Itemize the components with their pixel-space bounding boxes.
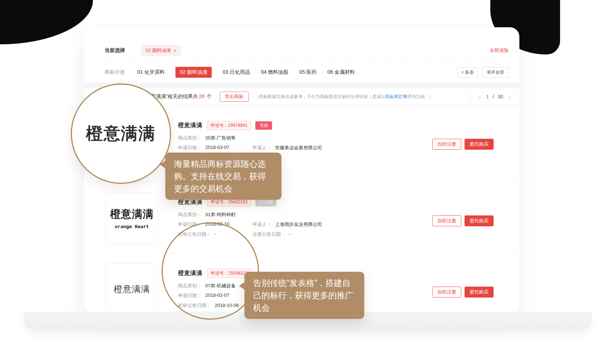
field-category: 商品类别： 31类-饲料种籽 [178,210,322,219]
page-current: 1 [486,94,489,100]
field-date: 申请日期： 2018-03-07 [178,145,252,151]
trademark-logo-en: orange Heart [115,224,149,229]
close-icon[interactable]: × [174,48,177,53]
tooltip-arrow-icon [160,161,166,169]
field-value: 35类-广告销售 [205,135,236,141]
self-register-button[interactable]: 自助注册 [432,215,461,226]
category-row-label: 商标分类 [105,69,125,76]
entrust-buy-button[interactable]: 委托购买 [465,287,494,298]
category-item-05[interactable]: 05 医药 [299,69,316,76]
page-separator: / [493,94,494,100]
magnified-trademark-text: 橙意满满 [86,122,156,145]
results-disclaimer: （商标检索结果仅供参考，不作为商标能否注册的法律依据；具体以商标局官网查询为准。… [255,94,433,100]
row-actions: 自助注册 委托购买 [432,215,494,226]
tooltip-marketplace: 海量精品商标资源随心选购。支持在线交易，获得更多的交易机会 [165,153,281,200]
application-number-pill: 申请号：29474941 [207,121,251,130]
pagination: ‹ 1 / 30 › [470,88,519,105]
field-category: 商品类别： 35类-广告销售 [178,133,322,143]
section-gap [84,82,519,88]
current-selection-row: 当前选择 02 颜料油漆 × 全部清除 [105,41,508,60]
tooltip-promotion: 告别传统“发表格”，搭建自己的标行，获得更多的推广机会 [244,272,364,319]
dashed-divider [95,62,508,62]
application-number-label: 申请号： [211,199,228,205]
field-date-applicant: 申请日期： 2018-03-07 申请人： 安徽美达会展有限公司 [178,143,322,153]
field-value: 安徽美达会展有限公司 [275,145,322,151]
clear-all-link[interactable]: 全部清除 [490,47,508,54]
multi-select-button[interactable]: + 多选 [457,67,478,78]
application-number-value: 29474941 [228,123,247,128]
field-value: - [289,231,291,237]
category-row: 商标分类 01 化学原料 02 颜料油漆 03 日化用品 04 燃料油脂 05 … [105,63,508,82]
entrust-buy-button[interactable]: 委托购买 [465,215,494,226]
field-label: 申请日期： [178,145,202,151]
application-number-value: 29482153 [228,199,247,205]
trademark-name: 橙意满满 [178,122,203,129]
field-label: 注册公告日期： [252,231,285,238]
chevron-left-icon[interactable]: ‹ [477,93,482,101]
category-row-actions: + 多选 展开全部 [457,67,508,78]
self-register-button[interactable]: 自助注册 [432,139,461,150]
current-selection-label: 当前选择 [105,47,125,54]
chevron-right-icon[interactable]: › [507,93,512,101]
category-item-06[interactable]: 06 金属材料 [327,69,354,76]
status-badge: 无效 [255,121,272,130]
row-actions: 自助注册 委托购买 [432,287,494,298]
page-total: 30 [498,94,503,100]
selected-filter-tag[interactable]: 02 颜料油漆 × [142,45,181,56]
results-count: 28 [199,93,204,99]
selected-filter-tag-label: 02 颜料油漆 [146,47,171,54]
table-row: 橙意满满 orange Heart 橙意满满 申请号：29482153 已注册 … [84,182,519,253]
field-label: 商品类别： [178,135,202,141]
magnifier-circle-large: 橙意满满 [71,84,171,184]
category-item-01[interactable]: 01 化学原料 [137,69,165,76]
field-value: 2018-03-07 [205,145,230,151]
trademark-image: 橙意满满 orange Heart [106,192,158,244]
laptop-bezel-corner-left [0,0,93,44]
field-label: 申请人： [252,221,271,228]
self-register-button[interactable]: 自助注册 [432,287,461,298]
disclaimer-prefix: （商标检索结果仅供参考，不作为商标能否注册的法律依据；具体以 [255,94,385,99]
category-item-02-selected[interactable]: 02 颜料油漆 [175,67,211,78]
trademark-logo-cn: 橙意满满 [114,283,150,295]
export-trademarks-button[interactable]: 导出商标 [220,92,249,102]
category-item-04[interactable]: 04 燃料油脂 [261,69,288,76]
tooltip-arrow-icon [239,282,245,290]
trademark-office-link[interactable]: 商标局官网 [385,94,407,99]
trademark-info: 橙意满满 申请号：29474941 无效 商品类别： 35类-广告销售 申请日期… [178,120,322,153]
tooltip-marketplace-text: 海量精品商标资源随心选购。支持在线交易，获得更多的交易机会 [174,159,266,193]
field-label: 申请人： [252,145,271,151]
field-value: 上海雨步实业有限公司 [275,221,322,228]
trademark-logo-cn: 橙意满满 [110,207,154,222]
field-value: 31类-饲料种籽 [205,211,236,218]
mockup-stage: 当前选择 02 颜料油漆 × 全部清除 商标分类 01 化学原料 02 颜料油漆… [0,0,616,364]
trademark-image: 橙意满满 [106,263,158,313]
tooltip-promotion-text: 告别传统“发表格”，搭建自己的标行，获得更多的推广机会 [253,278,353,312]
field-label: 商品类别： [178,211,202,218]
entrust-buy-button[interactable]: 委托购买 [465,139,494,150]
category-item-03[interactable]: 03 日化用品 [223,69,250,76]
trademark-name-line: 橙意满满 申请号：29474941 无效 [178,120,322,131]
row-actions: 自助注册 委托购买 [432,139,494,150]
application-number-label: 申请号： [211,122,228,129]
disclaimer-suffix: 查询为准。） [407,94,433,99]
expand-all-button[interactable]: 展开全部 [482,67,508,78]
results-count-suffix: 个 [207,93,212,99]
